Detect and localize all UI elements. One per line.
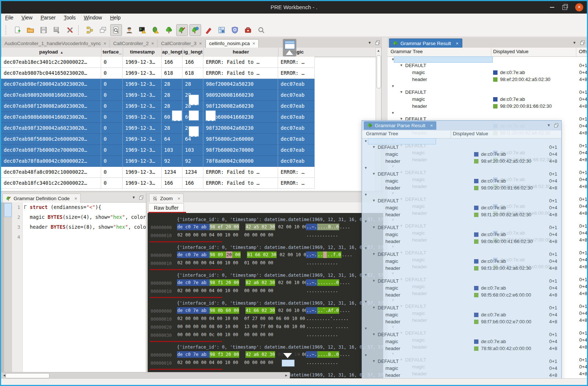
float-panel-icon[interactable] [375, 40, 380, 45]
structure-button[interactable] [84, 24, 96, 36]
dock-float-icon[interactable] [580, 40, 585, 45]
magic-field-row[interactable]: magicde:c0:7e:ab0+4 [362, 178, 561, 185]
default-node[interactable]: ▼DEFAULT0+1 [362, 278, 561, 285]
magic-field-row[interactable]: magicde:c0:7e:ab0+4 [362, 205, 561, 212]
table-row[interactable]: dec07eab98f7b60002e70000020…01969-12-3…1… [1, 145, 315, 156]
float-titlebar[interactable]: Grammar Parse Result × ▼ [362, 121, 561, 130]
magic-field-row[interactable]: magicde:c0:7e:ab0+4 [362, 231, 561, 238]
table-row[interactable]: dec07eab98ef200042a50230020…01969-12-3…2… [1, 79, 315, 90]
header-field-row[interactable]: header78:f8:a0:00:42:c0:00:004+8 [362, 345, 561, 352]
user-button[interactable] [123, 24, 135, 36]
header-field-row[interactable]: header98:f7:b6:00:02:e7:00:004+8 [362, 319, 561, 326]
scroll-right-icon[interactable]: ► [285, 374, 288, 377]
packet-node[interactable]: ▼ [362, 299, 561, 305]
hex-line[interactable]: 0000001002 00 00 00 04 00 10 00 01 00 00… [148, 260, 383, 268]
menu-item-parser[interactable]: Parser [37, 14, 60, 23]
tab-callcontroller-2[interactable]: CallController_2× [110, 40, 158, 48]
packet-node[interactable]: ▼ [388, 110, 588, 116]
hex-line[interactable]: 00000000de c0 7e ab 98 f3 20 00 42 a6 02… [148, 352, 383, 360]
column-header-header[interactable]: header [203, 48, 278, 57]
packet-node[interactable]: ▼ [388, 83, 588, 89]
table-row[interactable]: dec07eab9807bc0441650230020…01969-12-3…6… [1, 68, 315, 79]
float-tab-grammar-parse-result[interactable]: Grammar Parse Result × [364, 121, 436, 130]
table-row[interactable]: dec07eab98f3200042a60230020…01969-12-3…2… [1, 123, 315, 134]
magic-field-row[interactable]: magicde:c0:7e:ab0+4 [362, 312, 561, 319]
header-field-row[interactable]: header98:ef:20:00:42:a5:02:304+8 [388, 76, 588, 83]
menu-item-file[interactable]: File [1, 14, 18, 23]
code-editor[interactable]: Γ struct (endianness="<"){ magic BYTES(s… [24, 202, 146, 372]
default-node[interactable]: ▼DEFAULT0+1 [362, 224, 561, 231]
hex-line[interactable]: 0000001002 00 00 00 04 00 10 00 00 00 00… [148, 288, 383, 296]
header-field-row[interactable]: header98:f1:20:00:82:a6:02:304+8 [362, 212, 561, 218]
default-node[interactable]: ▼DEFAULT0+1 [362, 251, 561, 258]
selected-tree-node[interactable] [394, 56, 493, 63]
code-line[interactable]: Γ struct (endianness="<"){ [24, 202, 146, 212]
packet-node[interactable]: ▼ [362, 245, 561, 251]
close-icon[interactable]: × [575, 3, 583, 11]
table-row[interactable]: dec07eab78f8a00042c00000022…01969-12-3…9… [1, 156, 315, 167]
column-header-terface_[interactable]: terface_ [101, 48, 123, 57]
open-folder-button[interactable] [25, 24, 36, 36]
close-tab-icon[interactable]: × [199, 41, 202, 46]
default-node[interactable]: ▼DEFAULT0+1 [388, 89, 588, 96]
grid-window-button[interactable] [216, 24, 228, 36]
code-minimap-box[interactable] [4, 203, 12, 217]
hex-line[interactable]: 00000000de c0 7e ab 98 ef 20 00 42 a5 02… [148, 224, 383, 232]
save-button[interactable] [38, 24, 49, 36]
close-tab-icon[interactable]: × [456, 39, 459, 48]
tree-edit-button[interactable] [176, 24, 188, 36]
windows-button[interactable] [97, 24, 109, 36]
packet-node[interactable]: ▼ [362, 192, 561, 198]
default-node[interactable]: ▼DEFAULT0+1 [362, 198, 561, 205]
table-row[interactable]: dec07eab18fc3401c2c20000022…01969-12-3…1… [1, 178, 315, 189]
hex-line[interactable]: 00000000de c0 7e ab 98 09 20 00 81 66 02… [148, 252, 383, 260]
dock-menu-dropdown-icon[interactable]: ▼ [573, 41, 576, 45]
table-row[interactable]: dec07eab980b600041660230020…01969-12-3…6… [1, 112, 315, 123]
selected-tree-node[interactable] [368, 138, 436, 144]
hex-line[interactable]: 0000001002 00 00 00 04 00 10 00 00 00 00… [148, 360, 383, 368]
header-field-row[interactable]: header98:ef:20:00:42:a5:02:304+8 [362, 158, 561, 165]
tab-zoom[interactable]: Zoom × [149, 194, 184, 203]
close-tab-icon[interactable]: × [151, 41, 154, 46]
tools-button[interactable] [64, 24, 76, 36]
table-row[interactable]: dec07eab9809200081660230020…01969-12-3…2… [1, 90, 315, 101]
floating-grammar-parse-result-window[interactable]: Grammar Parse Result × ▼ Grammar Tree Di… [362, 120, 562, 380]
shield-search-button[interactable] [229, 24, 241, 36]
bottom-hscrollbar[interactable]: ◄ ► [1, 372, 290, 379]
tree-button[interactable] [163, 24, 175, 36]
magic-field-row[interactable]: magicde:c0:7e:ab0+4 [388, 96, 588, 103]
menu-item-help[interactable]: Help [106, 14, 125, 23]
table-row[interactable]: dec07eab98f56800c2e60000020…01969-12-3…6… [1, 134, 315, 145]
panel-float-icon[interactable] [139, 195, 144, 200]
restore-icon[interactable] [562, 5, 567, 10]
float-menu-dropdown-icon[interactable]: ▼ [547, 123, 551, 127]
tab-cellinfo-nosim-pca[interactable]: cellinfo_nosim.pca× [206, 39, 259, 48]
new-file-button[interactable] [11, 24, 23, 36]
default-node[interactable]: ▼DEFAULT0+1 [362, 144, 561, 151]
tree-sync-button[interactable] [189, 24, 201, 36]
close-tab-icon[interactable]: × [178, 196, 181, 201]
table-row[interactable]: dec07eab98f1200082a60230020…01969-12-3…2… [1, 101, 315, 112]
panel-menu-dropdown-icon[interactable]: ▼ [132, 195, 136, 199]
toolbox-button[interactable] [242, 24, 254, 36]
close-tab-icon[interactable]: × [74, 196, 77, 201]
header-field-row[interactable]: header98:09:20:00:81:66:02:304+8 [362, 185, 561, 192]
menu-item-tools[interactable]: Tools [60, 14, 80, 23]
scrollbar-thumb[interactable] [377, 55, 381, 88]
float-float-icon[interactable] [554, 123, 559, 128]
column-header-ap_lengt[interactable]: ap_lengt [162, 48, 182, 57]
header-field-row[interactable]: header98:f5:68:00:c2:e6:00:004+8 [362, 292, 561, 299]
column-header-payload[interactable]: payload▲ [1, 48, 101, 57]
menu-item-view[interactable]: View [18, 14, 37, 23]
column-header-ig_lengt[interactable]: ig_lengt [182, 48, 203, 57]
magic-field-row[interactable]: magic0+4 [362, 365, 561, 372]
tab-grammar-parse-result[interactable]: Grammar Parse Result × [389, 38, 462, 48]
magic-field-row[interactable]: magicde:c0:7e:ab0+4 [362, 285, 561, 292]
table-row[interactable]: dec07eab48fa8c0902c10000022…01969-12-3…1… [1, 167, 315, 178]
packet-node[interactable]: ▼ [362, 272, 561, 278]
packet-node[interactable]: ▼ [388, 56, 588, 62]
debug-button[interactable] [150, 24, 162, 36]
packet-node[interactable]: ▼ [362, 352, 561, 358]
close-tab-icon[interactable]: × [252, 41, 255, 46]
marker-button[interactable] [203, 24, 214, 36]
